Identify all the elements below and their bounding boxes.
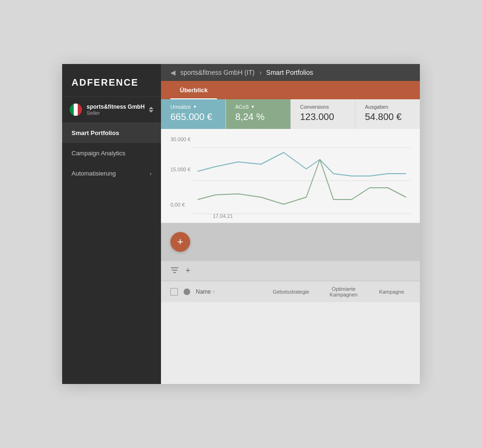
filter-bar: + [161, 261, 420, 281]
stat-umsatze-value: 665.000 € [170, 112, 216, 122]
bottom-panel: + [161, 223, 420, 261]
sidebar-label-smart-portfolios: Smart Portfolios [72, 129, 119, 136]
table-header-name[interactable]: Name ↑ [196, 288, 262, 295]
app-shell: ADFERENCE sports&fitness GmbH Seller [62, 64, 420, 384]
stat-conversions: Conversions 123.000 [291, 99, 356, 129]
svg-rect-1 [74, 104, 78, 116]
stat-umsatze: Umsätze ▼ 665.000 € [161, 99, 226, 129]
account-info: sports&fitness GmbH Seller [87, 104, 149, 116]
expand-up-icon[interactable] [149, 107, 153, 109]
table-header-gebotsstrategie: Gebotsstrategie [267, 289, 314, 295]
stat-ausgaben-label: Ausgaben [365, 104, 410, 110]
account-flag [70, 104, 82, 116]
stat-conversions-label: Conversions [300, 104, 346, 110]
stats-row: Umsätze ▼ 665.000 € ACoS ▼ 8,24 % Conver… [161, 99, 420, 129]
sidebar-label-campaign-analytics: Campaign Analytics [72, 150, 125, 157]
sidebar-item-campaign-analytics[interactable]: Campaign Analytics [62, 143, 161, 163]
tab-uberblick-label: Überblick [180, 87, 208, 94]
account-arrows[interactable] [149, 107, 153, 112]
acos-dropdown-icon[interactable]: ▼ [251, 104, 255, 109]
umsatze-dropdown-icon[interactable]: ▼ [193, 104, 197, 109]
stat-ausgaben-value: 54.800 € [365, 112, 410, 122]
filter-icon[interactable] [170, 266, 179, 276]
main-content: ◀ sports&fitness GmbH (IT) › Smart Portf… [161, 64, 420, 384]
table-header-optimierte-kampagnen: Optimierte Kampagnen [320, 286, 367, 297]
table-select-all-checkbox[interactable] [170, 288, 178, 296]
chevron-right-icon: › [150, 170, 152, 177]
sort-asc-icon[interactable]: ↑ [213, 289, 215, 295]
stat-acos-value: 8,24 % [235, 112, 281, 122]
chart-label-bot: 0,00 € [170, 202, 185, 208]
chart-area: 30.000 € 15.000 € 0,00 € 17.04.21 [161, 129, 420, 223]
logo: ADFERENCE [72, 77, 138, 88]
breadcrumb-separator: › [259, 69, 262, 76]
account-row: sports&fitness GmbH Seller [62, 97, 161, 123]
chart-label-mid: 15.000 € [170, 167, 191, 172]
stat-acos-label[interactable]: ACoS ▼ [235, 104, 281, 110]
chart-label-date: 17.04.21 [213, 213, 233, 219]
chart-label-top: 30.000 € [170, 136, 191, 142]
stat-acos: ACoS ▼ 8,24 % [226, 99, 291, 129]
table-header: Name ↑ Gebotsstrategie Optimierte Kampag… [161, 281, 420, 302]
sidebar-item-smart-portfolios[interactable]: Smart Portfolios [62, 123, 161, 143]
logo-area: ADFERENCE [62, 64, 161, 97]
filter-add-icon[interactable]: + [185, 266, 191, 276]
tab-bar: Überblick [161, 81, 420, 99]
account-name: sports&fitness GmbH [87, 104, 149, 110]
stat-conversions-value: 123.000 [300, 112, 346, 122]
expand-down-icon[interactable] [149, 110, 153, 112]
table-status-dot [184, 288, 190, 295]
chart-svg [170, 143, 410, 218]
sidebar: ADFERENCE sports&fitness GmbH Seller [62, 64, 161, 384]
breadcrumb-back-button[interactable]: ◀ [170, 69, 176, 76]
stat-umsatze-label[interactable]: Umsätze ▼ [170, 104, 216, 110]
sidebar-label-automatisierung: Automatisierung [72, 170, 116, 177]
tab-uberblick[interactable]: Überblick [170, 81, 217, 99]
add-portfolio-button[interactable]: + [170, 232, 190, 252]
breadcrumb-current: Smart Portfolios [266, 69, 313, 76]
svg-rect-2 [78, 104, 82, 116]
breadcrumb-bar: ◀ sports&fitness GmbH (IT) › Smart Portf… [161, 64, 420, 81]
sidebar-item-automatisierung[interactable]: Automatisierung › [62, 163, 161, 184]
table-header-kampagne: Kampagne [373, 289, 410, 295]
account-type: Seller [87, 110, 149, 116]
breadcrumb-company: sports&fitness GmbH (IT) [180, 69, 255, 76]
stat-ausgaben: Ausgaben 54.800 € [355, 99, 420, 129]
